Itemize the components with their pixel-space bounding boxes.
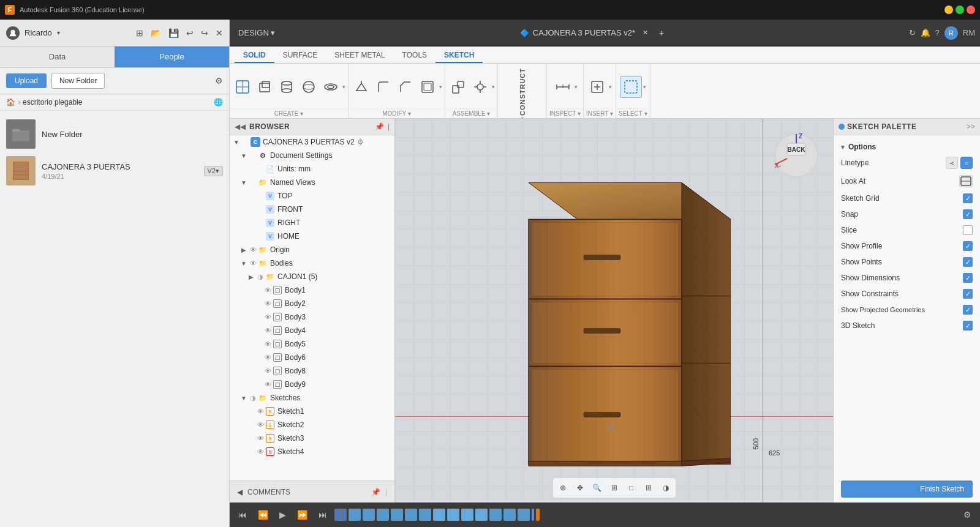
ttab-sheet-metal[interactable]: SHEET METAL xyxy=(326,48,393,63)
settings-button[interactable]: ⚙ xyxy=(215,76,223,86)
linetype-btn-1[interactable]: ≺ xyxy=(946,157,958,169)
vp-view-cube-btn[interactable]: □ xyxy=(624,480,639,495)
tree-item-named-views[interactable]: ▼ 📁 Named Views xyxy=(230,176,394,189)
tree-item-home[interactable]: V HOME xyxy=(230,230,394,243)
upload-button[interactable]: Upload xyxy=(6,73,47,88)
sketch-grid-checkbox[interactable] xyxy=(963,193,973,203)
add-tab-btn[interactable]: + xyxy=(655,26,668,40)
tl-marker-12[interactable] xyxy=(489,509,502,521)
tl-skip-start-btn[interactable]: ⏮ xyxy=(235,509,251,521)
browser-close-btn[interactable]: | xyxy=(388,122,390,131)
chamfer-icon[interactable] xyxy=(395,77,416,97)
vp-fit-btn[interactable]: ⊞ xyxy=(607,480,622,495)
tl-marker-3[interactable] xyxy=(363,509,375,521)
eye-sketch1[interactable]: 👁 xyxy=(255,408,265,415)
inspect-more-icon[interactable]: ▾ xyxy=(575,84,578,90)
box-icon[interactable] xyxy=(254,77,275,97)
assemble-more-icon[interactable]: ▾ xyxy=(492,84,495,90)
tl-marker-14[interactable] xyxy=(518,509,530,521)
fillet-icon[interactable] xyxy=(373,77,394,97)
select-more-icon[interactable]: ▾ xyxy=(643,84,646,90)
eye-body1[interactable]: 👁 xyxy=(263,286,273,294)
root-settings-icon[interactable]: ⚙ xyxy=(357,138,364,146)
linetype-btn-2[interactable]: ○ xyxy=(960,157,973,169)
eye-sketch2[interactable]: 👁 xyxy=(255,421,265,428)
tree-item-body5[interactable]: 👁 □ Body5 xyxy=(230,337,394,351)
tree-item-body9[interactable]: 👁 □ Body9 xyxy=(230,378,394,391)
version-badge[interactable]: V2▾ xyxy=(204,166,223,176)
new-component-icon[interactable] xyxy=(448,77,469,97)
eye-body9[interactable]: 👁 xyxy=(263,381,273,388)
tree-item-sketch3[interactable]: 👁 S Sketch3 xyxy=(230,432,394,445)
browser-pin-btn[interactable]: 📌 xyxy=(375,122,384,131)
collapse-browser-btn[interactable]: ◀◀ xyxy=(235,122,246,131)
expand-bodies[interactable]: ▼ xyxy=(239,260,248,267)
notifications-icon[interactable]: 🔔 xyxy=(921,28,930,37)
tl-marker-16[interactable] xyxy=(536,509,540,521)
show-points-checkbox[interactable] xyxy=(963,257,973,267)
eye-cajon1[interactable]: ◑ xyxy=(255,273,265,281)
tree-item-cajon1[interactable]: ▶ ◑ 📁 CAJON1 (5) xyxy=(230,270,394,283)
tl-skip-end-btn[interactable]: ⏭ xyxy=(315,509,331,521)
eye-body4[interactable]: 👁 xyxy=(263,327,273,334)
construct-icon[interactable]: CONSTRUCT ▾ xyxy=(513,66,532,119)
shell-icon[interactable] xyxy=(417,77,438,97)
tree-item-right[interactable]: V RIGHT xyxy=(230,216,394,230)
profile-icon[interactable]: RM xyxy=(963,28,975,37)
breadcrumb-home[interactable]: 🏠 xyxy=(6,98,15,107)
eye-body8[interactable]: 👁 xyxy=(263,367,273,375)
help-icon[interactable]: ? xyxy=(935,28,940,37)
save-icon[interactable]: 💾 xyxy=(168,28,179,38)
tl-play-btn[interactable]: ▶ xyxy=(276,509,290,521)
look-at-btn[interactable] xyxy=(959,175,973,187)
vp-orbit-btn[interactable]: ⊕ xyxy=(556,480,570,495)
show-dimensions-checkbox[interactable] xyxy=(963,273,973,283)
user-name[interactable]: Ricardo xyxy=(24,28,52,37)
show-constraints-checkbox[interactable] xyxy=(963,289,973,299)
tree-item-front[interactable]: V FRONT xyxy=(230,203,394,216)
redo-icon[interactable]: ↪ xyxy=(201,28,208,38)
insert-icon[interactable] xyxy=(587,77,608,97)
new-folder-button[interactable]: New Folder xyxy=(51,73,105,89)
design-dropdown-btn[interactable]: DESIGN ▾ xyxy=(235,26,279,40)
expand-cajon1[interactable]: ▶ xyxy=(247,274,255,280)
show-projected-checkbox[interactable] xyxy=(963,305,973,315)
open-icon[interactable]: 📂 xyxy=(151,28,161,38)
tree-item-doc-settings[interactable]: ▼ ⚙ Document Settings xyxy=(230,149,394,162)
eye-body2[interactable]: 👁 xyxy=(263,300,273,307)
close-doc-btn[interactable]: ✕ xyxy=(639,28,652,38)
tl-marker-1[interactable] xyxy=(334,509,347,521)
expand-root[interactable]: ▼ xyxy=(232,139,241,146)
create-more-icon[interactable]: ▾ xyxy=(342,84,345,90)
slice-checkbox[interactable] xyxy=(963,225,973,235)
eye-sketch3[interactable]: 👁 xyxy=(255,435,265,442)
tl-marker-9[interactable] xyxy=(447,509,459,521)
tl-marker-8[interactable] xyxy=(433,509,445,521)
tree-item-body2[interactable]: 👁 □ Body2 xyxy=(230,297,394,310)
tree-item-body4[interactable]: 👁 □ Body4 xyxy=(230,324,394,337)
tl-play-by-step-btn[interactable]: ⏩ xyxy=(293,509,311,521)
create-sketch-icon[interactable] xyxy=(232,77,253,97)
ttab-sketch[interactable]: SKETCH xyxy=(435,48,483,63)
tree-item-sketch1[interactable]: 👁 S Sketch1 xyxy=(230,405,394,418)
palette-section-options[interactable]: ▼ Options xyxy=(834,140,980,154)
eye-origin[interactable]: 👁 xyxy=(248,246,258,253)
cylinder-icon[interactable] xyxy=(276,77,297,97)
close-doc-icon[interactable]: ✕ xyxy=(216,28,223,38)
snap-checkbox[interactable] xyxy=(963,209,973,219)
user-chevron[interactable]: ▾ xyxy=(57,29,60,36)
vp-pan-btn[interactable]: ✥ xyxy=(573,480,587,495)
tree-item-body6[interactable]: 👁 □ Body6 xyxy=(230,351,394,364)
tl-marker-5[interactable] xyxy=(391,509,403,521)
tl-marker-6[interactable] xyxy=(405,509,417,521)
finish-sketch-button[interactable]: Finish Sketch xyxy=(841,480,973,498)
refresh-icon[interactable]: ↻ xyxy=(909,28,916,37)
tree-item-origin[interactable]: ▶ 👁 📁 Origin xyxy=(230,243,394,256)
file-item-cajonera[interactable]: CAJONERA 3 PUERTAS 4/19/21 V2▾ xyxy=(0,152,229,189)
palette-pin-btn[interactable]: >> xyxy=(967,122,975,131)
tl-marker-4[interactable] xyxy=(377,509,389,521)
tree-item-body1[interactable]: 👁 □ Body1 xyxy=(230,283,394,297)
tree-item-body8[interactable]: 👁 □ Body8 xyxy=(230,364,394,378)
tl-marker-13[interactable] xyxy=(503,509,516,521)
eye-sketch4[interactable]: 👁 xyxy=(255,448,265,455)
